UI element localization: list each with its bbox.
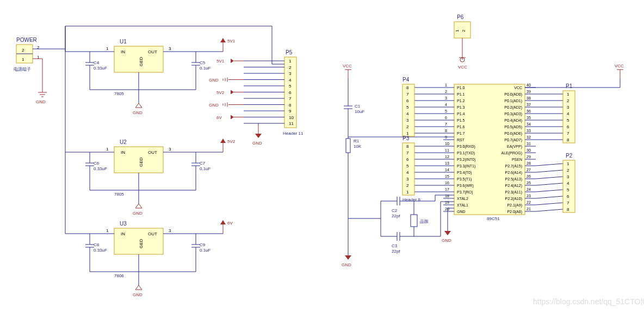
svg-line-314 bbox=[536, 196, 563, 198]
svg-text:3: 3 bbox=[567, 105, 569, 110]
svg-text:0.33uF: 0.33uF bbox=[94, 166, 107, 171]
svg-marker-72 bbox=[220, 139, 226, 143]
svg-text:XTAL1: XTAL1 bbox=[457, 203, 468, 207]
svg-text:39: 39 bbox=[527, 90, 531, 93]
svg-text:2: 2 bbox=[37, 45, 40, 50]
svg-text:4: 4 bbox=[567, 111, 569, 116]
svg-marker-40 bbox=[135, 103, 142, 108]
svg-text:IN: IN bbox=[121, 150, 125, 155]
svg-text:38: 38 bbox=[527, 96, 531, 100]
svg-text:5: 5 bbox=[567, 187, 569, 192]
svg-text:C1: C1 bbox=[355, 104, 361, 109]
svg-text:2: 2 bbox=[289, 65, 292, 70]
svg-text:89C51: 89C51 bbox=[487, 216, 500, 221]
svg-text:P1.0: P1.0 bbox=[457, 86, 465, 90]
svg-text:3: 3 bbox=[406, 177, 409, 181]
svg-text:OUT: OUT bbox=[148, 231, 157, 236]
svg-text:C6: C6 bbox=[94, 161, 100, 166]
svg-text:4: 4 bbox=[289, 78, 292, 83]
svg-marker-43 bbox=[220, 38, 226, 42]
svg-text:2: 2 bbox=[445, 90, 447, 93]
svg-text:P2.4(A12): P2.4(A12) bbox=[505, 184, 522, 188]
svg-text:3: 3 bbox=[567, 174, 569, 179]
svg-text:GND: GND bbox=[457, 210, 466, 214]
svg-text:IN: IN bbox=[121, 49, 125, 54]
svg-text:C3: C3 bbox=[392, 243, 398, 248]
svg-text:晶振: 晶振 bbox=[420, 219, 429, 224]
svg-text:3: 3 bbox=[406, 118, 409, 123]
svg-text:8: 8 bbox=[289, 103, 292, 108]
svg-marker-335 bbox=[345, 255, 351, 260]
svg-text:P3.1(TXD): P3.1(TXD) bbox=[457, 151, 475, 155]
svg-text:EA(VPP): EA(VPP) bbox=[507, 145, 522, 149]
svg-text:P1.3: P1.3 bbox=[457, 105, 465, 109]
mcu-89c51: 89C51 1P1.02P1.13P1.24P1.35P1.46P1.57P1.… bbox=[414, 83, 563, 221]
svg-text:ALE(PROG): ALE(PROG) bbox=[501, 151, 522, 155]
svg-text:GND: GND bbox=[133, 211, 143, 216]
svg-text:3: 3 bbox=[169, 228, 171, 233]
svg-text:P3.0(RXD): P3.0(RXD) bbox=[457, 145, 475, 149]
vcc-left: VCC bbox=[343, 64, 352, 79]
svg-text:22pf: 22pf bbox=[392, 249, 400, 254]
svg-text:4: 4 bbox=[406, 111, 409, 116]
svg-text:10uF: 10uF bbox=[355, 109, 364, 114]
svg-text:7: 7 bbox=[406, 151, 409, 155]
svg-text:6: 6 bbox=[289, 90, 292, 95]
svg-text:13: 13 bbox=[445, 161, 449, 165]
svg-text:P0.7(AD7): P0.7(AD7) bbox=[504, 138, 522, 142]
svg-text:2: 2 bbox=[22, 48, 24, 53]
svg-line-313 bbox=[536, 190, 563, 192]
svg-text:P1.4: P1.4 bbox=[457, 112, 465, 116]
svg-text:8: 8 bbox=[567, 137, 569, 142]
svg-text:0.33uF: 0.33uF bbox=[94, 66, 107, 71]
svg-text:1: 1 bbox=[289, 59, 292, 64]
svg-text:OUT: OUT bbox=[148, 49, 157, 54]
connector-p4: P4 87654321 bbox=[403, 77, 414, 136]
svg-text:IN: IN bbox=[121, 231, 125, 236]
svg-text:34: 34 bbox=[527, 122, 531, 126]
svg-text:P0.2(AD2): P0.2(AD2) bbox=[504, 105, 522, 110]
svg-rect-163 bbox=[454, 84, 525, 215]
svg-text:1: 1 bbox=[445, 83, 447, 87]
svg-text:19: 19 bbox=[445, 201, 449, 204]
svg-text:Header 8: Header 8 bbox=[403, 197, 420, 202]
svg-text:P0.3(AD3): P0.3(AD3) bbox=[504, 112, 522, 116]
svg-text:11: 11 bbox=[289, 121, 294, 126]
svg-text:17: 17 bbox=[445, 187, 449, 191]
svg-text:4: 4 bbox=[406, 170, 409, 175]
svg-text:XTAL2: XTAL2 bbox=[457, 197, 468, 201]
svg-text:33: 33 bbox=[527, 129, 531, 133]
svg-text:1: 1 bbox=[106, 46, 109, 51]
svg-text:10K: 10K bbox=[354, 144, 362, 149]
svg-text:7: 7 bbox=[567, 201, 569, 205]
svg-text:P0.6(AD6): P0.6(AD6) bbox=[504, 132, 522, 136]
connector-p3: P3 87654321 Header 8 bbox=[403, 135, 420, 202]
svg-text:40: 40 bbox=[527, 83, 531, 87]
svg-text:0.33uF: 0.33uF bbox=[94, 248, 107, 253]
svg-text:8: 8 bbox=[406, 85, 409, 90]
svg-text:2: 2 bbox=[567, 98, 569, 103]
svg-text:1: 1 bbox=[567, 161, 569, 166]
svg-text:6: 6 bbox=[406, 98, 409, 103]
svg-marker-110 bbox=[231, 59, 234, 63]
crystal-section: C2 22pf C3 22pf 晶振 bbox=[348, 195, 454, 254]
svg-marker-102 bbox=[220, 220, 226, 224]
svg-text:2: 2 bbox=[406, 124, 409, 129]
svg-text:P2.0(A8): P2.0(A8) bbox=[507, 210, 522, 214]
svg-text:P2.7(A15): P2.7(A15) bbox=[505, 164, 522, 168]
svg-text:P3.4(T0): P3.4(T0) bbox=[457, 171, 472, 175]
svg-text:0.1uF: 0.1uF bbox=[200, 248, 211, 253]
svg-text:P1.7: P1.7 bbox=[457, 132, 465, 135]
svg-text:GED: GED bbox=[139, 157, 144, 167]
svg-text:P2.3(A11): P2.3(A11) bbox=[505, 190, 522, 195]
regulator-u2: U2 IN OUT GED 1 3 C6 0.33uF C7 0.1uF 780… bbox=[65, 139, 236, 216]
svg-marker-363 bbox=[444, 231, 451, 235]
svg-text:VCC: VCC bbox=[343, 64, 352, 68]
svg-text:1: 1 bbox=[37, 55, 40, 60]
svg-text:GND: GND bbox=[133, 292, 143, 297]
svg-text:29: 29 bbox=[527, 155, 531, 159]
svg-marker-151 bbox=[255, 134, 262, 138]
svg-rect-349 bbox=[411, 215, 417, 227]
svg-text:P5: P5 bbox=[286, 49, 293, 55]
svg-text:2: 2 bbox=[406, 183, 409, 188]
